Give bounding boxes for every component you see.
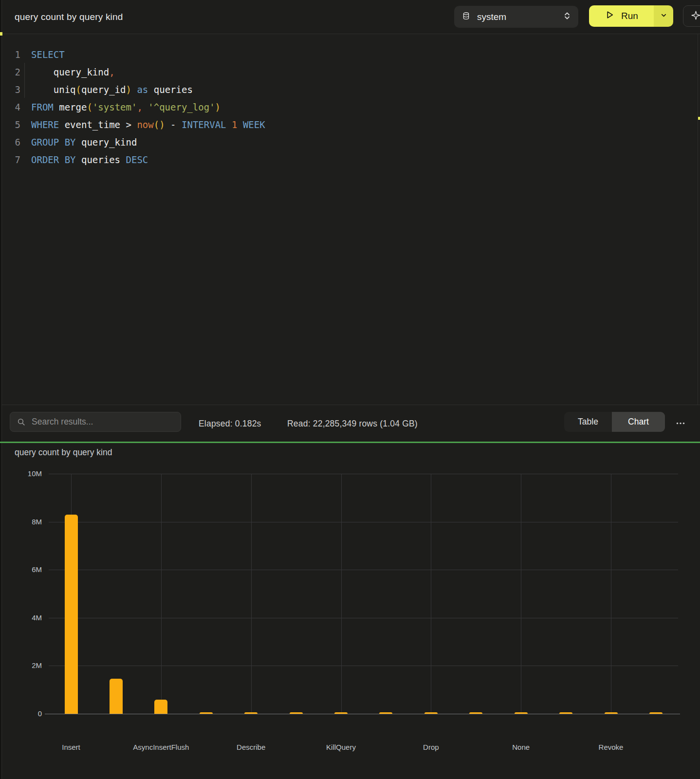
chart-bar [334,712,348,714]
query-title: query count by query kind [15,12,123,22]
line-number: 1 [0,46,20,63]
database-icon [462,12,470,22]
run-button-label: Run [621,11,638,21]
overview-ruler-marker [698,117,700,120]
chart-bar [244,712,258,714]
gridline-horizontal [49,666,678,666]
chart-bar [110,679,123,714]
gridline-vertical [521,474,521,714]
run-split-button: Run [589,5,673,27]
database-selector-value: system [477,12,557,22]
code-text: uniq(query_id) as queries [31,81,193,98]
y-axis-label: 10M [10,469,42,479]
database-selector[interactable]: system [454,6,578,28]
x-axis-line [45,714,680,714]
results-toolbar: Elapsed: 0.182s Read: 22,285,349 rows (1… [0,405,700,442]
x-axis-label: Describe [207,742,295,752]
line-number: 7 [0,151,20,168]
gridline-vertical [611,474,611,714]
code-text: SELECT [31,46,65,63]
chart-bar [154,700,167,714]
code-text: GROUP BY query_kind [31,133,137,151]
gridline-vertical [161,474,162,714]
code-line: 2 query_kind, [0,63,691,81]
editor-cursor-marker [0,32,2,36]
chart-title: query count by query kind [15,447,112,458]
y-axis-label: 6M [10,565,42,575]
y-axis-label: 0 [10,709,42,719]
x-axis-label: KillQuery [297,742,385,752]
code-text: query_kind, [31,63,115,81]
x-axis-label: AsyncInsertFlush [117,742,205,752]
chart-panel: query count by query kind 10M8M6M4M2M0In… [0,443,700,779]
y-axis-label: 4M [10,613,42,623]
code-line: 5WHERE event_time > now() - INTERVAL 1 W… [0,116,691,133]
tab-table[interactable]: Table [564,412,612,432]
x-axis-label: Insert [27,742,115,752]
chevron-updown-icon [564,12,571,22]
read-stat: Read: 22,285,349 rows (1.04 GB) [287,405,418,442]
chart-bar [424,712,438,714]
gridline-vertical [341,474,342,714]
sql-console-window: query count by query kind system [0,0,700,779]
y-axis-label: 2M [10,661,42,670]
chart-bar [290,712,303,714]
code-text: FROM merge('system', '^query_log') [31,98,221,116]
x-axis-label: Drop [387,742,475,752]
gridline-vertical [251,474,252,714]
chart-bar [379,712,392,714]
run-button[interactable]: Run [589,5,654,27]
code-line: 7ORDER BY queries DESC [0,151,691,168]
chart-bar [605,712,618,714]
gridline-horizontal [49,522,678,522]
gridline-vertical [431,474,431,714]
gridline-horizontal [49,570,678,570]
code-text: WHERE event_time > now() - INTERVAL 1 WE… [31,116,265,133]
code-line: 4FROM merge('system', '^query_log') [0,98,691,116]
chart-bar [469,712,482,714]
code-line: 1SELECT [0,46,691,63]
tab-chart[interactable]: Chart [612,412,665,432]
chart-bar [649,712,663,714]
panel-resize-divider[interactable] [0,442,700,443]
view-toggle: Table Chart [564,412,665,432]
line-number: 6 [0,133,20,151]
gridline-horizontal [49,474,678,474]
line-number: 2 [0,63,20,81]
indent-guide [24,63,25,98]
code-text: ORDER BY queries DESC [31,151,148,168]
chart-bar [515,712,528,714]
ellipsis-icon [676,418,685,427]
line-number: 4 [0,98,20,116]
chart-bar [65,515,78,714]
top-bar: query count by query kind system [0,0,700,34]
run-options-button[interactable] [654,5,673,27]
left-edge-rail [0,0,2,779]
chart-bar [559,712,572,714]
elapsed-stat: Elapsed: 0.182s [199,405,261,442]
editor-lines: 1SELECT2 query_kind,3 uniq(query_id) as … [0,46,691,168]
gridline-horizontal [49,618,678,618]
search-box [10,412,181,432]
line-number: 5 [0,116,20,133]
x-axis-label: Revoke [567,742,655,752]
code-line: 3 uniq(query_id) as queries [0,81,691,98]
chevron-down-icon [660,12,667,21]
chart-bar [200,712,213,714]
search-results-input[interactable] [10,412,181,431]
play-icon [605,10,615,22]
code-line: 6GROUP BY query_kind [0,133,691,151]
editor-scrollbar[interactable] [698,34,700,405]
line-number: 3 [0,81,20,98]
sql-editor[interactable]: 1SELECT2 query_kind,3 uniq(query_id) as … [0,34,700,405]
format-query-button[interactable] [683,5,700,27]
y-axis-label: 8M [10,517,42,527]
sparkle-icon [691,10,700,22]
x-axis-label: None [477,742,565,752]
more-options-button[interactable] [671,412,690,432]
